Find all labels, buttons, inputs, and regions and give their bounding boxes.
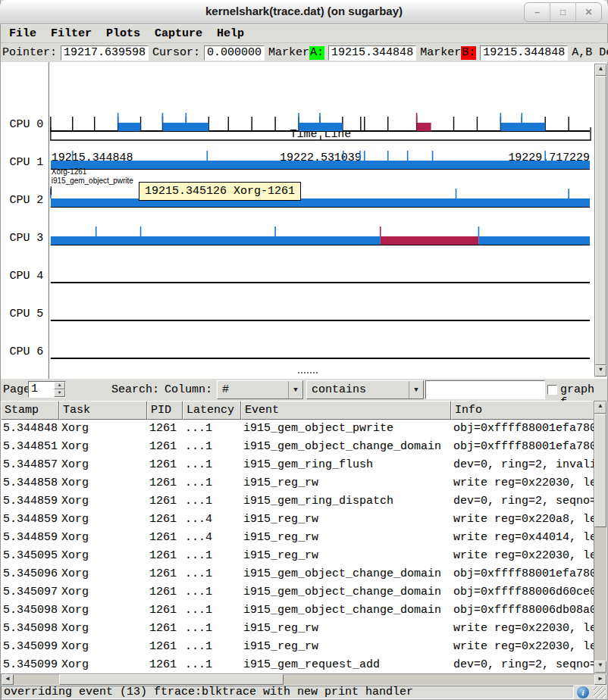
column-header-latency[interactable]: Latency — [183, 401, 241, 420]
table-scrollbar-thumb[interactable] — [594, 414, 606, 527]
task-run-bar[interactable] — [381, 236, 479, 245]
title-bar[interactable]: kernelshark(trace.dat) (on sugarbay) – □… — [0, 0, 608, 24]
spin-up-icon[interactable]: ▲ — [54, 382, 65, 389]
scroll-left-icon[interactable]: ◀ — [2, 674, 14, 685]
menu-item-file[interactable]: File — [9, 27, 36, 40]
table-row[interactable]: 5.345099Xorg1261...1i915_reg_rwwrite reg… — [1, 638, 594, 656]
column-header-task[interactable]: Task — [59, 401, 147, 420]
table-row[interactable]: 5.344857Xorg1261...1i915_gem_ring_flushd… — [1, 456, 594, 474]
scroll-down-icon[interactable]: ▼ — [595, 365, 606, 377]
page-spinner[interactable]: 1 ▲ ▼ — [28, 381, 66, 398]
task-run-bar[interactable] — [51, 198, 590, 207]
spin-down-icon[interactable]: ▼ — [54, 389, 65, 397]
minimize-button[interactable]: – — [525, 3, 550, 21]
cell-event: i915_reg_rw — [241, 638, 451, 656]
task-run-bar[interactable] — [118, 123, 141, 131]
task-run-bar[interactable] — [478, 236, 590, 245]
column-header-info[interactable]: Info — [451, 401, 594, 420]
search-input[interactable] — [425, 380, 545, 399]
marker-b-group: Marker B: — [420, 46, 476, 60]
cell-info: dev=0, ring=2, seqno= — [451, 656, 594, 673]
table-row[interactable]: 5.344859Xorg1261...4i915_reg_rwwrite reg… — [1, 511, 594, 529]
resize-grip[interactable] — [594, 686, 606, 698]
cell-task: Xorg — [59, 529, 147, 547]
table-row[interactable]: 5.345099Xorg1261...1i915_gem_request_add… — [1, 656, 594, 673]
column-select[interactable]: # ▼ — [217, 380, 303, 399]
close-button[interactable]: ✕ — [575, 3, 601, 21]
cell-stamp: 5.344859 — [1, 529, 59, 547]
cell-pid: 1261 — [147, 638, 183, 656]
cell-stamp: 5.344859 — [1, 511, 59, 529]
table-row[interactable]: 5.345097Xorg1261...1i915_gem_object_chan… — [1, 583, 594, 602]
table-row[interactable]: 5.344848Xorg1261...1i915_gem_object_pwri… — [1, 420, 594, 438]
cpu-row-6: CPU 6 — [9, 345, 590, 358]
scroll-down-icon[interactable]: ▼ — [594, 661, 606, 673]
marker-b-badge: B: — [461, 46, 476, 60]
table-row[interactable]: 5.345095Xorg1261...1i915_reg_rwwrite reg… — [1, 547, 594, 565]
cell-pid: 1261 — [147, 420, 183, 438]
pointer-value: 19217.639598 — [61, 45, 149, 61]
task-run-bar[interactable] — [162, 123, 208, 131]
task-run-bar[interactable] — [299, 123, 343, 131]
cell-event: i915_reg_rw — [241, 547, 451, 565]
graph-vertical-scrollbar[interactable]: ▲ ▼ — [594, 64, 607, 377]
cell-info: dev=0, ring=2, seqno= — [451, 492, 594, 511]
column-header-stamp[interactable]: Stamp — [1, 401, 59, 420]
table-vertical-scrollbar[interactable]: ▲ ▼ — [594, 401, 607, 673]
menu-item-capture[interactable]: Capture — [155, 27, 202, 40]
cursor-label: Cursor: — [152, 46, 200, 59]
kernelshark-window: kernelshark(trace.dat) (on sugarbay) – □… — [0, 0, 608, 700]
marker-a-group: Marker A: — [268, 46, 324, 60]
table-row[interactable]: 5.345098Xorg1261...1i915_reg_rwwrite reg… — [1, 620, 594, 638]
task-run-bar[interactable] — [417, 123, 431, 131]
cell-stamp: 5.345099 — [1, 638, 59, 656]
menu-item-filter[interactable]: Filter — [51, 27, 92, 40]
hscrollbar-thumb[interactable] — [59, 674, 284, 685]
task-run-bar[interactable] — [500, 123, 545, 131]
cell-event: i915_gem_object_change_domain — [241, 583, 451, 602]
cell-task: Xorg — [59, 547, 147, 565]
info-icon[interactable]: i — [577, 686, 589, 698]
cell-task: Xorg — [59, 456, 147, 474]
menu-item-help[interactable]: Help — [217, 27, 244, 40]
graph-scrollbar-thumb[interactable] — [595, 76, 606, 365]
table-row[interactable]: 5.345098Xorg1261...1i915_gem_object_chan… — [1, 602, 594, 620]
scroll-right-icon[interactable]: ▶ — [594, 674, 606, 685]
graph-follows-checkbox[interactable] — [547, 385, 557, 395]
cell-info: obj=0xffff88006d60ce0 — [451, 583, 594, 602]
cell-stamp: 5.345096 — [1, 565, 59, 583]
cell-info: write reg=0x44014, le — [451, 529, 594, 547]
cell-stamp: 5.345095 — [1, 547, 59, 565]
table-row[interactable]: 5.344859Xorg1261...4i915_reg_rwwrite reg… — [1, 529, 594, 547]
table-row[interactable]: 5.345096Xorg1261...1i915_gem_object_chan… — [1, 565, 594, 583]
chevron-down-icon: ▼ — [409, 381, 423, 398]
list-controls-bar: Page 1 ▲ ▼ Search: Column: # ▼ contains … — [1, 379, 607, 401]
cell-latency: ...1 — [183, 492, 241, 511]
cell-stamp: 5.344857 — [1, 456, 59, 474]
table-row[interactable]: 5.344851Xorg1261...1i915_gem_object_chan… — [1, 438, 594, 456]
timeline-graph-panel: Time Line19215.34484819222.53103919229.7… — [1, 62, 607, 379]
scroll-up-icon[interactable]: ▲ — [595, 64, 606, 76]
pane-splitter-handle[interactable] — [298, 372, 318, 377]
column-header-pid[interactable]: PID — [147, 401, 183, 420]
match-type-select[interactable]: contains ▼ — [306, 380, 424, 399]
table-row[interactable]: 5.344859Xorg1261...1i915_gem_ring_dispat… — [1, 492, 594, 511]
menu-item-plots[interactable]: Plots — [106, 27, 140, 40]
timeline-tooltip: 19215.345126 Xorg-1261 — [139, 182, 301, 201]
task-run-bar[interactable] — [51, 161, 590, 169]
table-row[interactable]: 5.344858Xorg1261...1i915_reg_rwwrite reg… — [1, 474, 594, 492]
table-horizontal-scrollbar[interactable]: ◀ ▶ — [1, 673, 607, 686]
scroll-up-icon[interactable]: ▲ — [594, 402, 606, 414]
cell-info: write reg=0x220a8, le — [451, 511, 594, 529]
column-header-event[interactable]: Event — [241, 401, 451, 420]
chevron-down-icon: ▼ — [288, 381, 302, 398]
cell-latency: ...1 — [183, 565, 241, 583]
task-run-bar[interactable] — [51, 236, 381, 245]
timeline-plot[interactable]: Time Line19215.34484819222.53103919229.7… — [1, 62, 607, 379]
maximize-button[interactable]: □ — [550, 3, 575, 21]
cell-task: Xorg — [59, 511, 147, 529]
cpu-label: CPU 2 — [9, 194, 43, 206]
cell-task: Xorg — [59, 620, 147, 638]
cell-stamp: 5.344859 — [1, 492, 59, 511]
cell-info: write reg=0x22030, le — [451, 620, 594, 638]
